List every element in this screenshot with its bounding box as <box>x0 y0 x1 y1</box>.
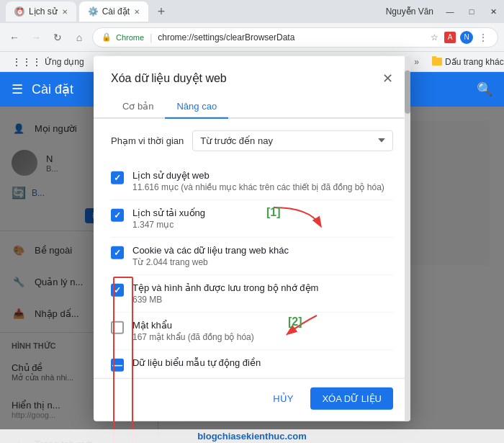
close-button[interactable]: ✕ <box>488 6 498 17</box>
clear-data-dialog: Xóa dữ liệu duyệt web ✕ Cơ bản Nâng cao … <box>94 55 410 421</box>
tab-bar: ⏰ Lịch sử ✕ ⚙️ Cài đặt ✕ + <box>6 1 171 22</box>
time-range-label: Phạm vi thời gian <box>111 135 184 146</box>
menu-dots-icon[interactable]: ⋮ <box>477 32 489 43</box>
header-search-icon[interactable]: 🔍 <box>477 81 492 97</box>
check-icon-4: ✓ <box>114 285 121 295</box>
item-title-cookies: Cookie và các dữ liệu trang web khác <box>132 244 393 255</box>
dialog-close-button[interactable]: ✕ <box>382 70 393 86</box>
tab-history-label: Lịch sử <box>29 6 58 17</box>
item-passwords: Mật khẩu 167 mật khẩu (đã đồng bộ hóa) <box>111 312 393 349</box>
dash-icon: — <box>112 359 122 370</box>
bookmark-other-label: Dấu trang khác <box>445 57 504 67</box>
checkbox-cache[interactable]: ✓ <box>111 283 124 296</box>
item-text-passwords: Mật khẩu 167 mật khẩu (đã đồng bộ hóa) <box>132 319 393 341</box>
item-title-cache: Tệp và hình ảnh được lưu trong bộ nhớ đệ… <box>132 282 393 292</box>
check-icon-2: ✓ <box>114 210 121 220</box>
bookmark-star-icon[interactable]: ☆ <box>428 32 440 43</box>
item-text-cookies: Cookie và các dữ liệu trang web khác Từ … <box>132 244 393 267</box>
item-title-passwords: Mật khẩu <box>132 319 393 330</box>
item-text-download: Lịch sử tải xuống 1.347 mục <box>132 207 393 229</box>
item-desc-browse: 11.616 mục (và nhiều mục khác trên các t… <box>132 182 393 192</box>
bookmark-other[interactable]: Dấu trang khác <box>426 55 504 68</box>
dialog-footer: HỦY XÓA DỮ LIỆU <box>94 377 410 421</box>
main-content: 👤 Mọi người N B... 🔄 B... › ĐĂNG XUẤT 🎨 <box>0 107 504 443</box>
checkbox-browse-history[interactable]: ✓ <box>111 171 124 184</box>
item-title-browse: Lịch sử duyệt web <box>132 169 393 180</box>
item-desc-download: 1.347 mục <box>132 219 393 229</box>
account-icon[interactable]: N <box>460 31 473 44</box>
watermark: blogchiasekienthuc.com <box>0 429 504 443</box>
item-download-history: ✓ Lịch sử tải xuống 1.347 mục <box>111 200 393 237</box>
reload-button[interactable]: ↻ <box>49 29 66 46</box>
dialog-tabs: Cơ bản Nâng cao <box>94 94 410 118</box>
addressbar: ← → ↻ ⌂ 🔒 Chrome | chrome://settings/cle… <box>0 23 504 52</box>
item-desc-passwords: 167 mật khẩu (đã đồng bộ hóa) <box>132 331 393 341</box>
check-icon-3: ✓ <box>114 247 121 257</box>
tab-settings-label: Cài đặt <box>102 6 130 17</box>
forward-button[interactable]: → <box>27 29 45 46</box>
url-text: chrome://settings/clearBrowserData <box>158 32 294 42</box>
back-button[interactable]: ← <box>6 29 23 46</box>
site-name: Chrome <box>116 33 144 42</box>
tab-history[interactable]: ⏰ Lịch sử ✕ <box>6 1 76 22</box>
item-desc-cookies: Từ 2.044 trang web <box>132 256 393 267</box>
item-cookies: ✓ Cookie và các dữ liệu trang web khác T… <box>111 237 393 274</box>
checkbox-download-history[interactable]: ✓ <box>111 208 124 221</box>
item-desc-cache: 639 MB <box>132 294 393 304</box>
bookmark-apps-label: Ứng dụng <box>45 57 84 67</box>
home-button[interactable]: ⌂ <box>71 29 88 46</box>
checkbox-passwords[interactable] <box>111 321 124 334</box>
item-browse-history: ✓ Lịch sử duyệt web 11.616 mục (và nhiều… <box>111 162 393 200</box>
tab-settings-close[interactable]: ✕ <box>134 8 140 16</box>
item-title-download: Lịch sử tải xuống <box>132 207 393 218</box>
address-bar-input[interactable]: 🔒 Chrome | chrome://settings/clearBrowse… <box>92 27 498 48</box>
security-badge: A <box>444 32 456 43</box>
new-tab-button[interactable]: + <box>151 1 171 22</box>
checkbox-cookies[interactable]: ✓ <box>111 246 124 259</box>
item-text-cache: Tệp và hình ảnh được lưu trong bộ nhớ đệ… <box>132 282 393 304</box>
minimize-button[interactable]: — <box>445 6 455 17</box>
scrollbar-thumb[interactable] <box>405 70 410 113</box>
window-controls: Nguyễn Văn — □ ✕ <box>386 6 498 17</box>
checkbox-autofill[interactable]: — <box>111 358 124 371</box>
dialog-header: Xóa dữ liệu duyệt web ✕ <box>94 55 410 86</box>
maximize-button[interactable]: □ <box>467 6 477 17</box>
bookmark-apps[interactable]: ⋮⋮⋮ Ứng dụng <box>6 55 90 69</box>
delete-button[interactable]: XÓA DỮ LIỆU <box>310 387 393 409</box>
dialog-body: Phạm vi thời gian Từ trước đến nay ✓ Lịc… <box>94 118 410 377</box>
item-cache: ✓ Tệp và hình ảnh được lưu trong bộ nhớ … <box>111 274 393 312</box>
tab-settings[interactable]: ⚙️ Cài đặt ✕ <box>79 1 148 22</box>
time-range-row: Phạm vi thời gian Từ trước đến nay <box>111 130 393 151</box>
item-title-autofill: Dữ liệu biểu mẫu tự động điền <box>132 357 393 367</box>
scrollbar[interactable] <box>405 55 410 421</box>
check-icon: ✓ <box>114 172 121 182</box>
cancel-button[interactable]: HỦY <box>261 387 305 409</box>
titlebar: ⏰ Lịch sử ✕ ⚙️ Cài đặt ✕ + Nguyễn Văn — … <box>0 0 504 23</box>
item-text-autofill: Dữ liệu biểu mẫu tự động điền <box>132 357 393 369</box>
tab-advanced[interactable]: Nâng cao <box>165 94 228 118</box>
user-name: Nguyễn Văn <box>386 6 433 17</box>
hamburger-menu-icon[interactable]: ☰ <box>12 81 23 97</box>
time-range-select[interactable]: Từ trước đến nay <box>192 130 393 151</box>
secure-icon: 🔒 <box>102 32 112 42</box>
dialog-title: Xóa dữ liệu duyệt web <box>111 71 227 85</box>
tab-history-close[interactable]: ✕ <box>62 8 68 16</box>
tab-basic[interactable]: Cơ bản <box>111 94 165 118</box>
page-title: Cài đặt <box>32 81 73 97</box>
bookmarks-more-button[interactable]: » <box>414 57 419 67</box>
item-autofill: — Dữ liệu biểu mẫu tự động điền <box>111 349 393 377</box>
item-text-browse: Lịch sử duyệt web 11.616 mục (và nhiều m… <box>132 169 393 192</box>
